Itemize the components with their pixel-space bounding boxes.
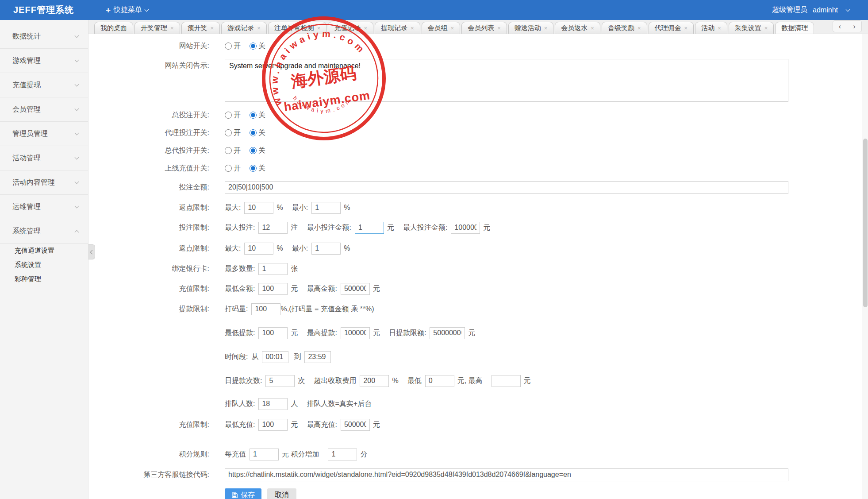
sidebar-item-system-mgmt[interactable]: 系统管理 (0, 219, 88, 244)
daily-withdraw-times-input[interactable] (265, 375, 295, 387)
sidebar-item-activity-content-mgmt[interactable]: 活动内容管理 (0, 170, 88, 195)
sidebar-item-recharge-channel-settings[interactable]: 充值通道设置 (0, 244, 88, 258)
field-label: 绑定银行卡: (88, 262, 209, 275)
tab-member-list[interactable]: 会员列表× (461, 22, 507, 34)
sidebar-item-admin-mgmt[interactable]: 管理员管理 (0, 122, 88, 146)
tab-withdraw-records[interactable]: 提现记录× (375, 22, 420, 34)
time-from-input[interactable] (262, 351, 288, 363)
close-icon[interactable]: × (764, 25, 768, 31)
agent-bet-off-radio[interactable] (250, 129, 257, 136)
bank-card-max-input[interactable] (258, 263, 288, 275)
tab-draw-mgmt[interactable]: 开奖管理× (134, 22, 180, 34)
close-icon[interactable]: × (170, 25, 174, 31)
unit-label: 元 (387, 223, 394, 232)
rebate-max-input[interactable] (244, 202, 273, 214)
queue-count-input[interactable] (258, 398, 288, 410)
tab-game-records[interactable]: 游戏记录× (221, 22, 267, 34)
total-bet-on-radio[interactable] (225, 112, 232, 119)
max-bet-input[interactable] (258, 222, 288, 234)
close-icon[interactable]: × (364, 25, 367, 31)
min-recharge-amount-input[interactable] (258, 283, 288, 295)
min-fee-input[interactable] (425, 375, 454, 387)
sidebar-item-game-mgmt[interactable]: 游戏管理 (0, 49, 88, 73)
per-recharge-input[interactable] (250, 449, 279, 460)
max-bet-amount-input[interactable] (451, 222, 480, 234)
close-icon[interactable]: × (684, 25, 688, 31)
tab-pre-draw[interactable]: 预开奖× (181, 22, 220, 34)
sidebar-item-ops-mgmt[interactable]: 运维管理 (0, 195, 88, 219)
tab-data-cleanup[interactable]: 数据清理 (775, 22, 814, 34)
sidebar-item-system-settings[interactable]: 系统设置 (0, 258, 88, 272)
close-icon[interactable]: × (544, 25, 548, 31)
close-icon[interactable]: × (211, 25, 214, 31)
excess-fee-input[interactable] (360, 375, 389, 387)
close-icon[interactable]: × (591, 25, 594, 31)
field-label: 总代投注开关: (88, 144, 209, 157)
sidebar-item-member-mgmt[interactable]: 会员管理 (0, 97, 88, 122)
service-link-input[interactable] (225, 468, 788, 481)
scrollbar-thumb[interactable] (863, 139, 868, 307)
gagent-bet-off-radio[interactable] (250, 147, 257, 154)
close-icon[interactable]: × (497, 25, 501, 31)
sidebar-item-data-stats[interactable]: 数据统计 (0, 24, 88, 49)
sub-label: 最大: (225, 244, 241, 253)
user-menu[interactable]: 超级管理员 adminht (772, 5, 849, 15)
min-withdraw-input[interactable] (258, 327, 288, 339)
max-withdraw-input[interactable] (341, 327, 370, 339)
sub-label: 日提款次数: (225, 376, 262, 386)
form-row-bank-card: 绑定银行卡: 最多数量: 张 (88, 262, 850, 275)
points-add-input[interactable] (328, 449, 357, 460)
upline-recharge-off-radio[interactable] (250, 165, 257, 172)
close-icon[interactable]: × (317, 25, 321, 31)
close-icon[interactable]: × (718, 25, 721, 31)
tab-scroll-right-button[interactable]: › (847, 21, 861, 32)
gagent-bet-on-radio[interactable] (225, 147, 232, 154)
min-recharge-input[interactable] (258, 419, 288, 431)
tab-recharge-records[interactable]: 充值记录× (328, 22, 373, 34)
site-switch-off-radio[interactable] (250, 43, 257, 50)
turnover-input[interactable] (251, 303, 280, 315)
sub-label: 最高金额: (307, 284, 337, 294)
agent-bet-on-radio[interactable] (225, 129, 232, 136)
form-row-site-notice: 网站关闭告示: System server upgrade and mainte… (88, 59, 850, 102)
max-recharge-input[interactable] (341, 419, 370, 431)
tab-agent-commission[interactable]: 代理佣金× (649, 22, 694, 34)
chevron-down-icon (75, 34, 79, 38)
tab-gift-activity[interactable]: 赠送活动× (508, 22, 554, 34)
max-recharge-amount-input[interactable] (341, 283, 370, 295)
tab-my-desktop[interactable]: 我的桌面 (94, 22, 133, 34)
tab-member-group[interactable]: 会员组× (422, 22, 461, 34)
tab-member-rebate[interactable]: 会员返水× (555, 22, 600, 34)
upline-recharge-on-radio[interactable] (225, 165, 232, 172)
close-icon[interactable]: × (411, 25, 414, 31)
bet-amount-input[interactable] (225, 181, 788, 194)
close-icon[interactable]: × (451, 25, 454, 31)
field-label: 网站关闭告示: (88, 59, 209, 72)
tab-bet-anomaly[interactable]: 注单异常检测× (268, 22, 327, 34)
rebate2-min-input[interactable] (311, 243, 341, 255)
tab-activity[interactable]: 活动× (695, 22, 727, 34)
vertical-scrollbar[interactable] (862, 34, 868, 499)
site-switch-on-radio[interactable] (225, 43, 232, 50)
site-notice-textarea[interactable]: System server upgrade and maintenance! (225, 59, 788, 102)
cancel-button[interactable]: 取消 (267, 488, 296, 499)
sidebar-collapse-handle[interactable] (88, 244, 95, 259)
sidebar-item-activity-mgmt[interactable]: 活动管理 (0, 146, 88, 170)
close-icon[interactable]: × (257, 25, 261, 31)
rebate2-max-input[interactable] (244, 243, 273, 255)
sidebar-item-lottery-mgmt[interactable]: 彩种管理 (0, 272, 88, 286)
rebate-min-input[interactable] (311, 202, 341, 214)
close-icon[interactable]: × (638, 25, 641, 31)
form-row-gagent-bet-switch: 总代投注开关: 开 关 (88, 144, 850, 157)
daily-withdraw-limit-input[interactable] (430, 327, 465, 339)
sidebar-item-recharge-withdraw[interactable]: 充值提现 (0, 73, 88, 97)
max-fee-input[interactable] (492, 375, 521, 387)
tab-promotion-reward[interactable]: 晋级奖励× (602, 22, 647, 34)
save-button[interactable]: 保存 (225, 488, 261, 499)
min-bet-amount-input[interactable] (355, 222, 384, 234)
tab-scroll-left-button[interactable]: ‹ (833, 21, 847, 32)
quick-menu-button[interactable]: + 快捷菜单 (106, 5, 148, 15)
total-bet-off-radio[interactable] (250, 112, 257, 119)
tab-collect-settings[interactable]: 采集设置× (729, 22, 774, 34)
time-to-input[interactable] (304, 351, 331, 363)
